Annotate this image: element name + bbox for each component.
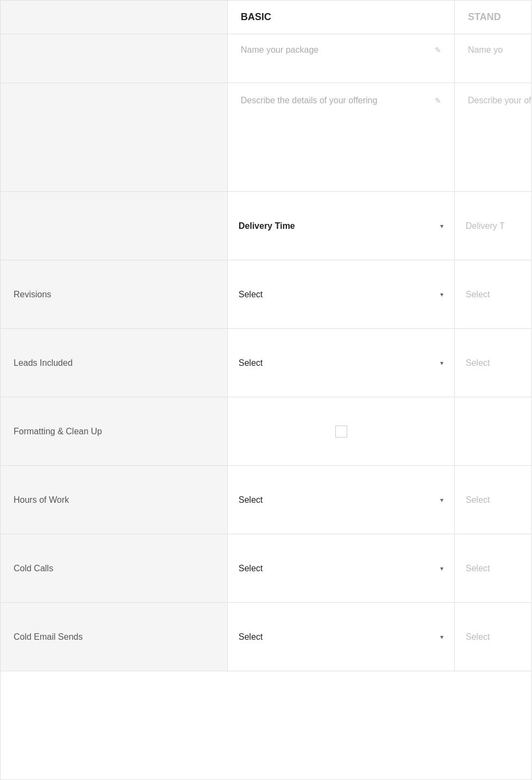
header-basic: BASIC: [228, 1, 455, 34]
formatting-checkbox[interactable]: [335, 426, 347, 438]
package-name-input-basic[interactable]: Name your package ✎: [241, 45, 441, 55]
standard-tier-label: STAND: [468, 11, 501, 22]
dropdown-arrow-cold-calls: ▾: [440, 565, 443, 572]
hours-of-work-value: Select: [239, 495, 262, 505]
formatting-label-cell: Formatting & Clean Up: [1, 397, 228, 466]
cold-calls-standard-cell[interactable]: Select: [455, 534, 532, 603]
dropdown-arrow-cold-email: ▾: [440, 633, 443, 641]
leads-included-basic-cell[interactable]: Select ▾: [228, 329, 455, 397]
delivery-time-standard-cell[interactable]: Delivery T: [455, 192, 532, 260]
pricing-table: BASIC STAND Name your package ✎ Name yo …: [0, 0, 532, 780]
hours-of-work-standard-value: Select: [466, 495, 490, 505]
revisions-standard-cell[interactable]: Select: [455, 260, 532, 329]
dropdown-arrow-leads: ▾: [440, 359, 443, 367]
cold-email-sends-basic-cell[interactable]: Select ▾: [228, 603, 455, 671]
hours-of-work-standard-cell[interactable]: Select: [455, 466, 532, 534]
leads-included-standard-value: Select: [466, 358, 490, 368]
cold-email-sends-label: Cold Email Sends: [14, 632, 83, 642]
basic-tier-label: BASIC: [241, 11, 271, 22]
table-grid: BASIC STAND Name your package ✎ Name yo …: [1, 1, 531, 671]
package-name-basic-cell[interactable]: Name your package ✎: [228, 34, 455, 83]
revisions-dropdown[interactable]: Select ▾: [239, 290, 443, 299]
cold-calls-basic-cell[interactable]: Select ▾: [228, 534, 455, 603]
description-standard-cell[interactable]: Describe your offe: [455, 83, 532, 192]
header-label-cell: [1, 1, 228, 34]
formatting-standard-cell[interactable]: [455, 397, 532, 466]
cold-calls-value: Select: [239, 564, 262, 573]
hours-of-work-basic-cell[interactable]: Select ▾: [228, 466, 455, 534]
dropdown-arrow-delivery: ▾: [440, 222, 443, 230]
formatting-basic-cell[interactable]: [228, 397, 455, 466]
delivery-time-label-cell: [1, 192, 228, 260]
package-name-placeholder: Name your package: [241, 45, 318, 55]
cold-calls-standard-value: Select: [466, 564, 490, 573]
package-name-standard-cell[interactable]: Name yo: [455, 34, 532, 83]
package-name-label-cell: [1, 34, 228, 83]
cold-email-sends-value: Select: [239, 632, 262, 642]
revisions-standard-value: Select: [466, 290, 490, 299]
pencil-icon[interactable]: ✎: [435, 46, 441, 54]
hours-of-work-label-cell: Hours of Work: [1, 466, 228, 534]
description-label-cell: [1, 83, 228, 192]
hours-of-work-label: Hours of Work: [14, 495, 69, 505]
description-basic-cell[interactable]: Describe the details of your offering ✎: [228, 83, 455, 192]
dropdown-arrow-revisions: ▾: [440, 291, 443, 298]
cold-email-sends-standard-cell[interactable]: Select: [455, 603, 532, 671]
cold-calls-label-cell: Cold Calls: [1, 534, 228, 603]
revisions-value: Select: [239, 290, 262, 299]
cold-email-sends-label-cell: Cold Email Sends: [1, 603, 228, 671]
leads-included-label: Leads Included: [14, 358, 73, 368]
cold-email-sends-dropdown[interactable]: Select ▾: [239, 632, 443, 642]
description-placeholder: Describe the details of your offering: [241, 94, 377, 107]
delivery-time-standard-value: Delivery T: [466, 221, 505, 231]
revisions-label-cell: Revisions: [1, 260, 228, 329]
revisions-basic-cell[interactable]: Select ▾: [228, 260, 455, 329]
package-name-placeholder-standard: Name yo: [468, 45, 503, 55]
description-placeholder-standard: Describe your offe: [468, 94, 532, 107]
hours-of-work-dropdown[interactable]: Select ▾: [239, 495, 443, 505]
revisions-label: Revisions: [14, 290, 51, 299]
cold-calls-label: Cold Calls: [14, 564, 53, 573]
pencil-icon-desc[interactable]: ✎: [435, 95, 441, 107]
delivery-time-dropdown[interactable]: Delivery Time ▾: [239, 221, 443, 231]
delivery-time-basic-cell[interactable]: Delivery Time ▾: [228, 192, 455, 260]
description-input-basic[interactable]: Describe the details of your offering ✎: [241, 94, 441, 107]
leads-included-value: Select: [239, 358, 262, 368]
delivery-time-value: Delivery Time: [239, 221, 440, 231]
leads-included-dropdown[interactable]: Select ▾: [239, 358, 443, 368]
header-standard: STAND: [455, 1, 532, 34]
leads-included-label-cell: Leads Included: [1, 329, 228, 397]
description-input-standard[interactable]: Describe your offe: [468, 94, 520, 107]
package-name-input-standard[interactable]: Name yo: [468, 45, 520, 55]
formatting-label: Formatting & Clean Up: [14, 427, 102, 436]
dropdown-arrow-hours: ▾: [440, 496, 443, 504]
cold-email-sends-standard-value: Select: [466, 632, 490, 642]
leads-included-standard-cell[interactable]: Select: [455, 329, 532, 397]
cold-calls-dropdown[interactable]: Select ▾: [239, 564, 443, 573]
